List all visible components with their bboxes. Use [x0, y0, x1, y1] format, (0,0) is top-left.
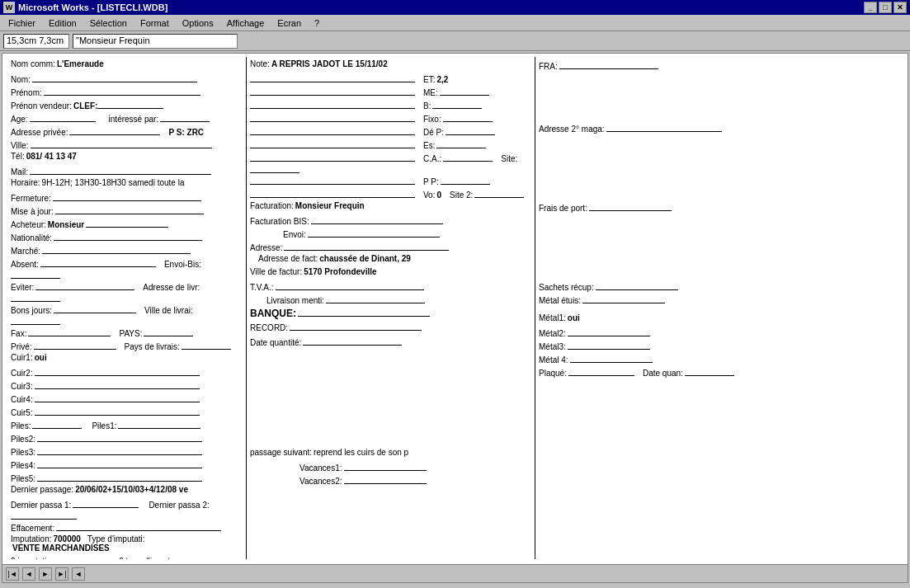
- frais-port-field[interactable]: [589, 201, 672, 211]
- piles1-label: Piles1:: [92, 421, 116, 430]
- fixo-line[interactable]: [250, 112, 415, 122]
- metal2-field[interactable]: [568, 327, 650, 336]
- nav-back-button[interactable]: ◄: [72, 567, 85, 581]
- fixo-field[interactable]: [443, 112, 493, 122]
- date-qte-field[interactable]: [303, 336, 402, 346]
- marche-field[interactable]: [42, 244, 191, 254]
- b-field[interactable]: [432, 99, 482, 109]
- dep-line[interactable]: [250, 125, 415, 135]
- adresse2-maga-field[interactable]: [606, 122, 722, 132]
- menu-format[interactable]: Format: [134, 16, 176, 30]
- ville-livrai-field[interactable]: [11, 315, 60, 325]
- age-field[interactable]: [30, 112, 96, 122]
- cuir4-field[interactable]: [35, 393, 200, 402]
- ville-field[interactable]: [31, 139, 212, 148]
- menu-affichage[interactable]: Affichage: [220, 16, 271, 30]
- cuir5-field[interactable]: [35, 406, 200, 416]
- vo-line[interactable]: [250, 188, 415, 198]
- ca-field[interactable]: [443, 152, 493, 162]
- pays-field[interactable]: [144, 327, 193, 336]
- fra-field[interactable]: [559, 59, 658, 69]
- metal3-field[interactable]: [568, 340, 650, 350]
- date-quan-field[interactable]: [685, 366, 734, 376]
- minimize-button[interactable]: _: [864, 2, 877, 13]
- facturation-bis-field[interactable]: [311, 214, 443, 224]
- plaque-label: Plaqué:: [539, 369, 567, 378]
- adresse-field[interactable]: [284, 241, 449, 251]
- metal-etuis-field[interactable]: [582, 294, 665, 303]
- dernier-passa2-field[interactable]: [11, 510, 77, 520]
- fermeture-field[interactable]: [53, 191, 201, 201]
- tva-field[interactable]: [276, 280, 424, 290]
- piles5-field[interactable]: [37, 472, 202, 482]
- ca-line[interactable]: [250, 152, 415, 162]
- envoi-field[interactable]: [308, 228, 440, 238]
- nav-first-button[interactable]: |◄: [6, 567, 19, 581]
- piles1-field[interactable]: [118, 419, 200, 429]
- eviter-field[interactable]: [35, 280, 134, 290]
- mail-field[interactable]: [30, 165, 211, 175]
- vacances2-field[interactable]: [344, 474, 427, 484]
- dep-field[interactable]: [446, 125, 495, 135]
- acheteur-field[interactable]: [86, 218, 168, 228]
- piles3-field[interactable]: [37, 445, 202, 455]
- nom-field[interactable]: [32, 73, 197, 82]
- metal4-field[interactable]: [570, 353, 653, 363]
- piles2-label: Piles2:: [11, 435, 35, 444]
- es-field[interactable]: [436, 139, 486, 148]
- nationalite-field[interactable]: [54, 231, 202, 241]
- dernier-passa1-field[interactable]: [73, 498, 139, 508]
- menu-ecran[interactable]: Ecran: [271, 16, 308, 30]
- content-field[interactable]: "Monsieur Frequin: [73, 34, 238, 49]
- envoi-bis-field[interactable]: [11, 269, 60, 279]
- adresse-livr-field[interactable]: [11, 292, 60, 302]
- bons-jours-field[interactable]: [54, 303, 136, 313]
- b-line[interactable]: [250, 99, 415, 109]
- prenom-field[interactable]: [44, 86, 200, 96]
- piles2-field[interactable]: [37, 432, 202, 442]
- menu-options[interactable]: Options: [176, 16, 220, 30]
- piles-field[interactable]: [32, 419, 82, 429]
- pp-field[interactable]: [441, 175, 490, 185]
- cuir2-field[interactable]: [35, 366, 200, 376]
- pays-livrais-field[interactable]: [182, 340, 231, 350]
- banque-field[interactable]: [298, 307, 430, 317]
- pp-line[interactable]: [250, 175, 415, 185]
- menu-fichier[interactable]: Fichier: [2, 16, 42, 30]
- position-field[interactable]: 15,3cm 7,3cm: [3, 34, 69, 49]
- piles2-row: Piles2:: [11, 432, 243, 444]
- piles4-field[interactable]: [37, 459, 202, 468]
- close-button[interactable]: ✕: [893, 2, 907, 13]
- record-field[interactable]: [290, 321, 422, 331]
- me-field[interactable]: [440, 86, 489, 96]
- sachets-recup-field[interactable]: [596, 280, 678, 290]
- nav-last-button[interactable]: ►|: [55, 567, 68, 581]
- maximize-button[interactable]: □: [879, 2, 892, 13]
- menu-edition[interactable]: Edition: [42, 16, 83, 30]
- fax-field[interactable]: [28, 327, 111, 336]
- nav-next-button[interactable]: ►: [39, 567, 52, 581]
- nav-prev-button[interactable]: ◄: [22, 567, 35, 581]
- prive-field[interactable]: [34, 340, 116, 350]
- deux-imputation-field[interactable]: [59, 554, 109, 559]
- absent-field[interactable]: [40, 257, 156, 267]
- interesse-par-field[interactable]: [160, 112, 210, 122]
- menu-selection[interactable]: Sélection: [83, 16, 134, 30]
- prenom-vendeur-field[interactable]: [97, 99, 163, 109]
- et-label: ET:: [423, 75, 435, 84]
- es-line[interactable]: [250, 139, 415, 148]
- et-line[interactable]: [250, 73, 415, 82]
- effacement-field[interactable]: [56, 521, 221, 531]
- mise-a-jour-field[interactable]: [55, 205, 204, 214]
- livraison-menti-field[interactable]: [326, 294, 425, 303]
- me-line[interactable]: [250, 86, 415, 96]
- site-field[interactable]: [250, 163, 299, 173]
- menu-help[interactable]: ?: [308, 16, 326, 30]
- b-label: B:: [423, 101, 431, 111]
- cuir3-field[interactable]: [35, 379, 200, 389]
- facturation-row: Facturation: Monsieur Frequin: [250, 201, 531, 213]
- adresse-privee-field[interactable]: [69, 125, 160, 135]
- site2-field[interactable]: [474, 188, 524, 198]
- plaque-field[interactable]: [568, 366, 634, 376]
- vacances1-field[interactable]: [344, 461, 427, 471]
